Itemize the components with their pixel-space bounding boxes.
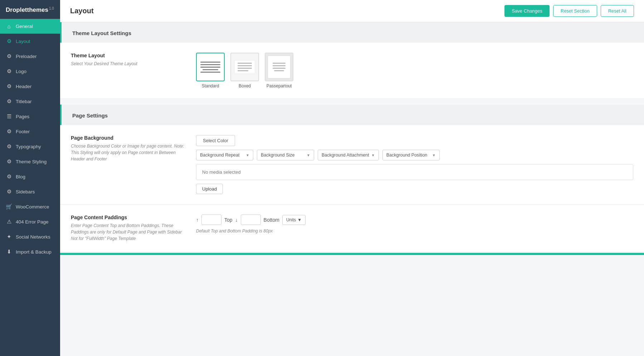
- app-name: Dropletthemes: [6, 6, 48, 13]
- gear-icon-logo: ⚙: [6, 68, 12, 74]
- padding-hint: Default Top and Bottom Padding is 80px: [196, 228, 633, 234]
- line: [238, 63, 252, 64]
- sidebar-item-header[interactable]: ⚙ Header: [0, 79, 60, 94]
- layout-option-boxed[interactable]: Boxed: [230, 53, 259, 88]
- bg-position-dropdown[interactable]: Background Position ▼: [382, 150, 440, 160]
- sidebar-label-general: General: [16, 24, 33, 29]
- paddings-input-row: ↑ Top ↓ Bottom Units ▼: [196, 215, 633, 225]
- sidebar-item-general[interactable]: ⌂ General: [0, 19, 60, 34]
- line: [273, 63, 286, 64]
- chevron-down-icon: ▼: [432, 153, 436, 157]
- section-title-theme-layout: Theme Layout Settings: [72, 30, 131, 36]
- sidebar-label-typography: Typography: [16, 144, 41, 149]
- gear-icon-blog: ⚙: [6, 173, 12, 180]
- top-padding-input[interactable]: [201, 215, 221, 225]
- chevron-down-icon: ▼: [246, 153, 249, 157]
- upload-button[interactable]: Upload: [196, 184, 223, 194]
- gear-icon-sidebars: ⚙: [6, 188, 12, 195]
- import-icon: ⬇: [6, 249, 12, 255]
- topbar: Layout Save Changes Reset Section Reset …: [60, 0, 644, 22]
- sidebar-label-footer: Footer: [16, 129, 30, 134]
- setting-row-page-background: Page Background Choose Background Color …: [60, 125, 644, 205]
- reset-section-button[interactable]: Reset Section: [553, 5, 597, 17]
- sidebar-item-pages[interactable]: ☰ Pages: [0, 109, 60, 124]
- section-header-theme-layout: Theme Layout Settings: [60, 22, 644, 43]
- page-icon: ☰: [6, 113, 12, 120]
- passepartout-label: Passepartout: [267, 83, 292, 88]
- bottom-padding-input[interactable]: [241, 215, 261, 225]
- section-header-page-settings: Page Settings: [60, 105, 644, 125]
- background-dropdowns: Background Repeat ▼ Background Size ▼ Ba…: [196, 150, 633, 160]
- sidebar-item-blog[interactable]: ⚙ Blog: [0, 169, 60, 184]
- setting-control-page-background: Select Color Background Repeat ▼ Backgro…: [196, 135, 633, 194]
- sidebar-item-404[interactable]: ⚠ 404 Error Page: [0, 214, 60, 229]
- app-version: 1.0: [49, 6, 54, 10]
- sidebar-item-layout[interactable]: ⚙ Layout: [0, 34, 60, 49]
- sidebar-label-titlebar: Titlebar: [16, 99, 32, 104]
- sidebar-item-footer[interactable]: ⚙ Footer: [0, 124, 60, 139]
- sidebar-item-sidebars[interactable]: ⚙ Sidebars: [0, 184, 60, 199]
- gear-icon-footer: ⚙: [6, 128, 12, 135]
- sidebar-label-404: 404 Error Page: [16, 219, 49, 225]
- layout-option-passepartout[interactable]: Passepartout: [265, 53, 293, 88]
- boxed-inner: [234, 60, 255, 74]
- gear-icon-titlebar: ⚙: [6, 98, 12, 105]
- units-label: Units: [286, 217, 296, 222]
- setting-label-page-paddings: Page Content Paddings Enter Page Content…: [71, 215, 185, 242]
- bg-attachment-dropdown[interactable]: Background Attachment ▼: [318, 150, 379, 160]
- reset-all-button[interactable]: Reset All: [601, 5, 634, 17]
- bg-size-label: Background Size: [261, 153, 295, 158]
- setting-desc-page-background: Choose Background Color or Image for pag…: [71, 143, 185, 162]
- sidebar-item-social[interactable]: ✦ Social Networks: [0, 229, 60, 244]
- layout-option-standard[interactable]: Standard: [196, 53, 225, 88]
- save-changes-button[interactable]: Save Changes: [504, 5, 549, 17]
- cart-icon: 🛒: [6, 203, 12, 210]
- sidebar-item-import[interactable]: ⬇ Import & Backup: [0, 244, 60, 259]
- line: [200, 72, 220, 73]
- select-color-button[interactable]: Select Color: [196, 135, 235, 146]
- setting-row-page-paddings: Page Content Paddings Enter Page Content…: [60, 205, 644, 252]
- sidebar-item-titlebar[interactable]: ⚙ Titlebar: [0, 94, 60, 109]
- setting-desc-theme-layout: Select Your Desired Theme Layout: [71, 61, 185, 67]
- bg-position-label: Background Position: [386, 153, 428, 158]
- sidebar-item-typography[interactable]: ⚙ Typography: [0, 139, 60, 154]
- sidebar-label-preloader: Preloader: [16, 54, 37, 59]
- line: [200, 62, 220, 63]
- pass-inner: [268, 56, 291, 78]
- sidebar-item-logo[interactable]: ⚙ Logo: [0, 64, 60, 79]
- sidebar-label-logo: Logo: [16, 69, 26, 74]
- line: [200, 67, 220, 68]
- passepartout-thumb: [265, 53, 293, 81]
- gear-icon-typography: ⚙: [6, 143, 12, 150]
- line: [238, 65, 252, 66]
- sidebar-label-theme-styling: Theme Styling: [16, 159, 47, 164]
- setting-control-theme-layout: Standard Boxed: [196, 53, 633, 88]
- bg-size-dropdown[interactable]: Background Size ▼: [257, 150, 314, 160]
- sidebar-label-blog: Blog: [16, 174, 25, 179]
- sidebar-item-theme-styling[interactable]: ⚙ Theme Styling: [0, 154, 60, 169]
- home-icon: ⌂: [6, 23, 12, 29]
- sidebar-label-social: Social Networks: [16, 234, 50, 240]
- sidebar-label-header: Header: [16, 84, 31, 89]
- sidebar-label-pages: Pages: [16, 114, 29, 119]
- sidebar-label-import: Import & Backup: [16, 249, 52, 255]
- chevron-down-icon: ▼: [371, 153, 375, 157]
- sidebar-item-woocommerce[interactable]: 🛒 WooCommerce: [0, 199, 60, 214]
- boxed-thumb: [230, 53, 259, 81]
- units-button[interactable]: Units ▼: [282, 215, 306, 225]
- chevron-down-icon: ▼: [307, 153, 310, 157]
- gear-icon-header: ⚙: [6, 83, 12, 90]
- main-panel: Layout Save Changes Reset Section Reset …: [60, 0, 644, 356]
- sidebar: Dropletthemes1.0 ⌂ General ⚙ Layout ⚙ Pr…: [0, 0, 60, 356]
- up-arrow-icon: ↑: [196, 217, 199, 223]
- line: [238, 68, 252, 69]
- label-top: Top: [224, 217, 233, 223]
- chevron-down-icon: ▼: [297, 217, 302, 222]
- sidebar-label-sidebars: Sidebars: [16, 189, 35, 194]
- boxed-label: Boxed: [239, 83, 251, 88]
- sidebar-label-woocommerce: WooCommerce: [16, 204, 49, 210]
- gear-icon-layout: ⚙: [6, 38, 12, 44]
- bg-repeat-dropdown[interactable]: Background Repeat ▼: [196, 150, 253, 160]
- sidebar-item-preloader[interactable]: ⚙ Preloader: [0, 49, 60, 64]
- standard-label: Standard: [202, 83, 219, 88]
